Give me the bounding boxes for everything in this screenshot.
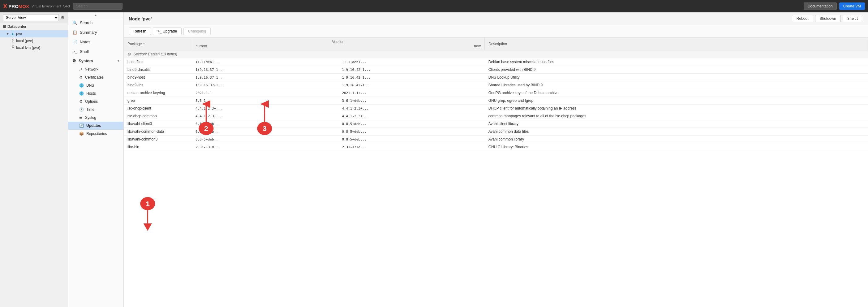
shell-icon: >_ — [72, 49, 78, 54]
nav-item-syslog[interactable]: ☰ Syslog — [68, 114, 123, 122]
documentation-button[interactable]: Documentation — [804, 2, 837, 10]
description: GNU grep, egrep and fgrep — [485, 97, 868, 104]
nav-item-dns[interactable]: 🌐 DNS — [68, 82, 123, 89]
nav-item-shell[interactable]: >_ Shell — [68, 47, 123, 56]
table-row: libc-bin 2.31-13+d... 2.31-13+d... GNU C… — [124, 143, 868, 151]
nav-network-label: Network — [85, 67, 98, 71]
version-current: 1:9.16.37-1... — [192, 74, 338, 82]
storage-icon: 🗄 — [11, 39, 15, 43]
nav-item-certificates[interactable]: ⚙ Certificates — [68, 73, 123, 82]
tree-item-pve[interactable]: ▼ 🖧 pve — [0, 30, 68, 37]
tree-item-local[interactable]: 🗄 local (pve) — [0, 37, 68, 44]
version-current: 11.1+deb1... — [192, 58, 338, 66]
nav-notes-label: Notes — [80, 40, 90, 44]
nav-item-options[interactable]: ⚙ Options — [68, 97, 123, 105]
nav-item-updates[interactable]: 🔄 Updates — [68, 122, 123, 130]
col-description-header: Description — [485, 38, 868, 51]
col-package-header: Package ↑ — [124, 38, 192, 51]
notes-icon: 📄 — [72, 40, 78, 44]
settings-icon[interactable]: ⚙ — [61, 15, 65, 20]
package-name: bind9-libs — [124, 82, 192, 89]
topbar: X PROMOX Virtual Environment 7.4-3 Docum… — [0, 0, 868, 12]
datacenter-icon: 🖥 — [2, 25, 6, 29]
version-new: 0.8-5+deb... — [338, 120, 485, 128]
description: common manpages relevant to all of the i… — [485, 112, 868, 120]
description: Avahi common library — [485, 135, 868, 143]
version-current: 4.4.1-2.3+... — [192, 104, 338, 112]
storage-local-label: local (pve) — [16, 39, 33, 43]
collapse-icon: ▼ — [6, 32, 9, 36]
description: DNS Lookup Utility — [485, 74, 868, 82]
package-name: libavahi-client3 — [124, 120, 192, 128]
table-section-header: ⊟ Section: Debian (13 items) — [124, 51, 868, 58]
col-version-header: Version current new — [192, 38, 485, 51]
page-title: Node 'pve' — [129, 16, 152, 21]
nav-shell-label: Shell — [80, 49, 89, 54]
network-icon: ⇄ — [79, 67, 82, 71]
nav-options-label: Options — [85, 99, 98, 104]
tree-item-local-lvm[interactable]: 🗄 local-lvm (pve) — [0, 44, 68, 51]
refresh-button[interactable]: Refresh — [129, 28, 151, 35]
options-icon: ⚙ — [79, 99, 83, 104]
description: Shared Libraries used by BIND 9 — [485, 82, 868, 89]
content-area: Node 'pve' Reboot Shutdown Shell Refresh… — [124, 12, 868, 307]
package-name: bind9-host — [124, 74, 192, 82]
section-toggle[interactable]: ⊟ — [127, 52, 130, 56]
changelog-button[interactable]: Changelog — [183, 28, 211, 35]
table-row: bind9-host 1:9.16.37-1... 1:9.16.42-1...… — [124, 74, 868, 82]
version-new: 0.8-5+deb... — [338, 128, 485, 135]
table-row: isc-dhcp-client 4.4.1-2.3+... 4.4.1-2.3+… — [124, 104, 868, 112]
version-current: 1:9.16.37-1... — [192, 66, 338, 74]
description: Avahi common data files — [485, 128, 868, 135]
nav-item-search[interactable]: 🔍 Search — [68, 18, 123, 28]
description: GnuPG archive keys of the Debian archive — [485, 89, 868, 97]
shell-button[interactable]: Shell — [843, 15, 863, 22]
storage-lvm-icon: 🗄 — [11, 45, 15, 50]
table-row: grep 3.6-1 3.6-1+deb... GNU grep, egrep … — [124, 97, 868, 104]
shutdown-button[interactable]: Shutdown — [815, 15, 841, 22]
logo-version: Virtual Environment 7.4-3 — [32, 4, 70, 8]
table-container: Package ↑ Version current new Descriptio… — [124, 38, 868, 307]
tree-item-datacenter[interactable]: 🖥 Datacenter — [0, 23, 68, 30]
table-row: libavahi-client3 0.8-5+deb... 0.8-5+deb.… — [124, 120, 868, 128]
nav-section-system[interactable]: ⚙ System ▾ — [68, 56, 123, 65]
toolbar: Refresh >_ Upgrade Changelog — [124, 25, 868, 38]
table-row: bind9-libs 1:9.16.37-1... 1:9.16.42-1...… — [124, 82, 868, 89]
package-name: isc-dhcp-common — [124, 112, 192, 120]
create-vm-button[interactable]: Create VM — [839, 2, 865, 10]
version-current: 2021.1.1 — [192, 89, 338, 97]
table-row: isc-dhcp-common 4.4.1-2.3+... 4.4.1-2.3+… — [124, 112, 868, 120]
logo-pro: PRO — [8, 4, 19, 9]
package-name: debian-archive-keyring — [124, 89, 192, 97]
upgrade-button[interactable]: >_ Upgrade — [153, 28, 182, 35]
summary-icon: 📋 — [72, 30, 78, 35]
nav-item-notes[interactable]: 📄 Notes — [68, 37, 123, 47]
nav-item-repositories[interactable]: 📦 Repositories — [68, 130, 123, 138]
nav-panel: ▲ 🔍 Search 📋 Summary 📄 Notes >_ Shell ⚙ … — [68, 12, 124, 307]
nav-scroll-up[interactable]: ▲ — [68, 12, 123, 18]
nav-item-hosts[interactable]: 🌐 Hosts — [68, 89, 123, 97]
logo: X PROMOX Virtual Environment 7.4-3 — [3, 3, 70, 10]
nav-search-label: Search — [80, 21, 92, 25]
nav-system-label: System — [79, 59, 93, 63]
nav-item-time[interactable]: 🕐 Time — [68, 105, 123, 114]
view-selector[interactable]: Server View — [3, 14, 59, 21]
version-current: 0.8-5+deb... — [192, 128, 338, 135]
version-new: 2021.1.1+... — [338, 89, 485, 97]
reboot-button[interactable]: Reboot — [792, 15, 813, 22]
global-search-input[interactable] — [73, 3, 123, 9]
version-current: 1:9.16.37-1... — [192, 82, 338, 89]
version-new: 1:9.16.42-1... — [338, 82, 485, 89]
main-layout: Server View ⚙ 🖥 Datacenter ▼ 🖧 pve 🗄 loc… — [0, 12, 868, 307]
storage-lvm-label: local-lvm (pve) — [16, 45, 40, 50]
section-label: Section: Debian (13 items) — [133, 52, 177, 56]
version-new: 0.8-5+deb... — [338, 135, 485, 143]
table-row: debian-archive-keyring 2021.1.1 2021.1.1… — [124, 89, 868, 97]
content-inner: Refresh >_ Upgrade Changelog Package ↑ V… — [124, 25, 868, 307]
nav-item-network[interactable]: ⇄ Network — [68, 65, 123, 73]
topbar-right: Documentation Create VM — [804, 2, 865, 10]
nav-summary-label: Summary — [80, 30, 97, 35]
package-name: base-files — [124, 58, 192, 66]
logo-mox: MOX — [19, 4, 29, 9]
nav-item-summary[interactable]: 📋 Summary — [68, 28, 123, 37]
